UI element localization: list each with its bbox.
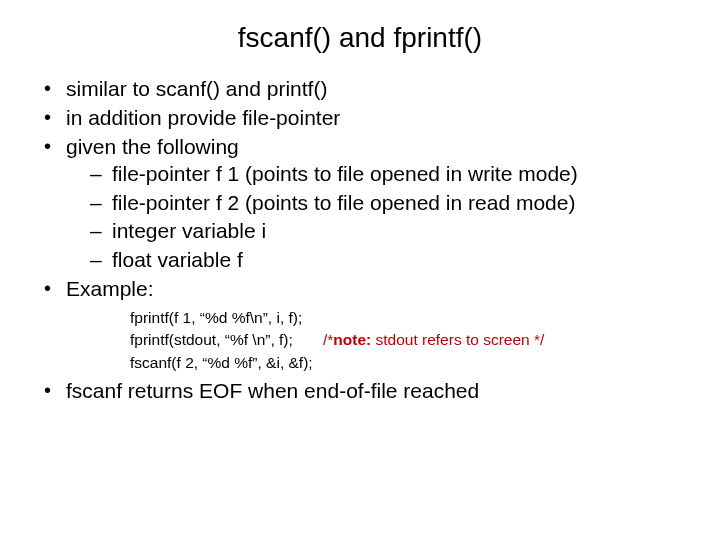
note-bold: note: xyxy=(333,331,371,348)
sub-item: float variable f xyxy=(90,247,690,274)
sub-item: file-pointer f 2 (points to file opened … xyxy=(90,190,690,217)
bullet-item: Example: fprintf(f 1, “%d %f\n”, i, f); … xyxy=(40,276,690,374)
bullet-item: similar to scanf() and printf() xyxy=(40,76,690,103)
note-prefix: /* xyxy=(323,331,333,348)
slide-title: fscanf() and fprintf() xyxy=(30,22,690,54)
code-pad xyxy=(293,331,323,348)
bullet-list: similar to scanf() and printf() in addit… xyxy=(40,76,690,405)
code-line: fprintf(stdout, “%f \n”, f); /*note: std… xyxy=(130,329,690,351)
code-text: fprintf(stdout, “%f \n”, f); xyxy=(130,331,293,348)
bullet-text: given the following xyxy=(66,135,239,158)
code-line: fprintf(f 1, “%d %f\n”, i, f); xyxy=(130,307,690,329)
code-block: fprintf(f 1, “%d %f\n”, i, f); fprintf(s… xyxy=(130,307,690,374)
slide: fscanf() and fprintf() similar to scanf(… xyxy=(0,0,720,540)
bullet-item: in addition provide file-pointer xyxy=(40,105,690,132)
note-rest: stdout refers to screen */ xyxy=(371,331,544,348)
sub-list: file-pointer f 1 (points to file opened … xyxy=(90,161,690,275)
sub-item: file-pointer f 1 (points to file opened … xyxy=(90,161,690,188)
sub-item: integer variable i xyxy=(90,218,690,245)
bullet-text: Example: xyxy=(66,277,154,300)
bullet-item: given the following file-pointer f 1 (po… xyxy=(40,134,690,274)
code-line: fscanf(f 2, “%d %f”, &i, &f); xyxy=(130,352,690,374)
bullet-item: fscanf returns EOF when end-of-file reac… xyxy=(40,378,690,405)
